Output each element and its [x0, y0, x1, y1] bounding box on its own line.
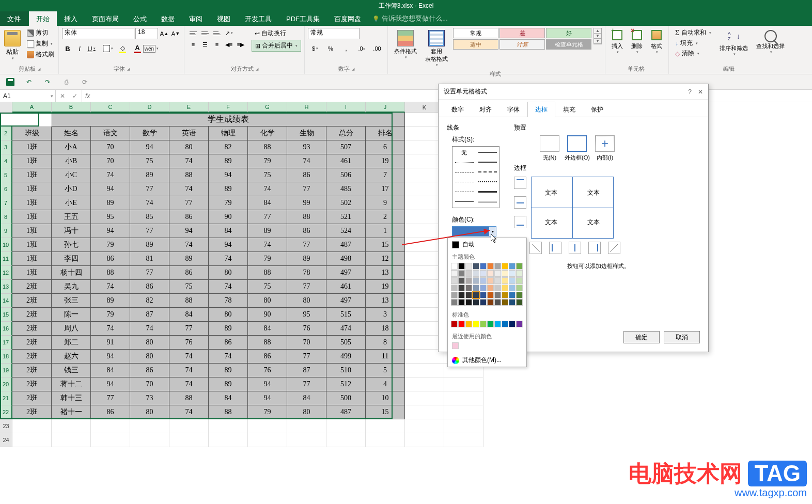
color-swatch[interactable] — [480, 292, 487, 298]
insert-cells-button[interactable]: 插入▾ — [608, 28, 626, 56]
underline-button[interactable]: U▾ — [86, 43, 97, 54]
cell[interactable]: 81 — [130, 252, 169, 266]
dialog-tab-2[interactable]: 字体 — [499, 102, 527, 117]
color-swatch[interactable] — [502, 263, 508, 270]
cell[interactable]: 89 — [209, 182, 248, 196]
cell[interactable] — [169, 419, 209, 433]
cell[interactable]: 2班 — [12, 350, 52, 364]
row-header[interactable]: 11 — [0, 252, 12, 266]
color-swatch[interactable] — [451, 277, 458, 284]
cell[interactable]: 89 — [248, 224, 287, 238]
decrease-decimal-button[interactable]: .00 — [370, 43, 384, 54]
cell[interactable]: 86 — [209, 336, 248, 350]
cell[interactable]: 2班 — [12, 322, 52, 336]
cell[interactable]: 赵六 — [52, 350, 91, 364]
color-swatch[interactable] — [480, 270, 487, 277]
cell[interactable] — [130, 433, 169, 447]
color-swatch[interactable] — [451, 270, 458, 277]
cell[interactable]: 77 — [130, 224, 169, 238]
name-box[interactable]: A1 — [0, 90, 56, 102]
format-painter-button[interactable]: 格式刷 — [26, 50, 55, 59]
qat-save-button[interactable] — [5, 77, 15, 87]
cell[interactable]: 数学 — [130, 127, 169, 140]
cell[interactable]: 74 — [169, 154, 209, 168]
cell[interactable]: 497 — [326, 294, 366, 308]
tab-4[interactable]: 数据 — [154, 11, 182, 26]
cell[interactable]: 94 — [91, 224, 130, 238]
cell[interactable] — [12, 419, 52, 433]
table-format-button[interactable]: 套用 表格格式 ▾ — [422, 28, 451, 69]
cell[interactable]: 2班 — [12, 308, 52, 322]
cell[interactable]: 88 — [209, 405, 248, 419]
preset-none-button[interactable]: 无(N) — [540, 135, 559, 162]
cell[interactable]: 13 — [366, 266, 405, 280]
align-left-button[interactable]: ≡ — [188, 39, 199, 50]
cell[interactable]: 1班 — [12, 238, 52, 252]
cell[interactable]: 89 — [169, 252, 209, 266]
cell[interactable]: 79 — [248, 154, 287, 168]
cell[interactable]: 82 — [209, 140, 248, 154]
cell[interactable]: 90 — [209, 210, 248, 224]
col-header[interactable]: A — [12, 102, 52, 113]
color-swatch[interactable] — [458, 285, 465, 291]
cell[interactable]: 19 — [366, 280, 405, 294]
color-swatch[interactable] — [473, 299, 479, 306]
color-swatch[interactable] — [509, 285, 516, 291]
color-swatch[interactable] — [494, 292, 501, 298]
cell[interactable]: 80 — [130, 336, 169, 350]
cell[interactable]: 76 — [169, 336, 209, 350]
cell[interactable]: 74 — [209, 350, 248, 364]
line-style-none[interactable]: 无 — [452, 149, 476, 156]
cell[interactable]: 84 — [91, 364, 130, 377]
col-header[interactable]: F — [209, 102, 248, 113]
cell[interactable]: 6 — [366, 140, 405, 154]
more-colors-option[interactable]: 其他颜色(M)... — [448, 354, 526, 367]
cell[interactable]: 2班 — [12, 377, 52, 391]
merge-center-button[interactable]: ⊞合并后居中▾ — [252, 40, 301, 52]
sort-filter-button[interactable]: 排序和筛选 ▾ — [716, 28, 751, 58]
border-left-button[interactable] — [549, 242, 561, 254]
cell[interactable]: 小C — [52, 168, 91, 182]
cell[interactable]: 小E — [52, 196, 91, 210]
line-style-opt[interactable] — [476, 188, 499, 195]
color-swatch[interactable] — [502, 299, 508, 306]
cut-button[interactable]: 剪切 — [26, 28, 55, 38]
color-swatch[interactable] — [465, 321, 472, 327]
color-swatch[interactable] — [473, 292, 479, 298]
row-header[interactable]: 2 — [0, 127, 12, 140]
cell[interactable]: 70 — [91, 140, 130, 154]
cell[interactable]: 2班 — [12, 364, 52, 377]
color-swatch[interactable] — [516, 277, 523, 284]
color-swatch[interactable] — [494, 299, 501, 306]
cell[interactable] — [405, 391, 444, 405]
tab-8[interactable]: PDF工具集 — [279, 11, 327, 26]
cell[interactable]: 88 — [169, 168, 209, 182]
cell[interactable]: 物理 — [209, 127, 248, 140]
cell[interactable]: 77 — [287, 280, 326, 294]
line-style-opt[interactable] — [452, 159, 476, 166]
dialog-tab-4[interactable]: 填充 — [555, 102, 583, 117]
cell[interactable]: 86 — [287, 224, 326, 238]
color-swatch[interactable] — [451, 263, 458, 270]
cell[interactable]: 86 — [130, 280, 169, 294]
cell[interactable]: 91 — [91, 336, 130, 350]
cell[interactable]: 86 — [248, 350, 287, 364]
row-header[interactable]: 9 — [0, 224, 12, 238]
color-swatch[interactable] — [473, 277, 479, 284]
cell[interactable]: 2 — [366, 210, 405, 224]
cell[interactable]: 89 — [130, 168, 169, 182]
preset-outer-button[interactable]: 外边框(O) — [565, 135, 590, 162]
cell[interactable]: 84 — [287, 391, 326, 405]
row-header[interactable]: 18 — [0, 350, 12, 364]
color-swatch[interactable] — [473, 285, 479, 291]
qat-extra-1-button[interactable]: ⎙ — [61, 77, 71, 87]
cell[interactable] — [209, 419, 248, 433]
cell[interactable]: 1班 — [12, 210, 52, 224]
cell[interactable]: 班级 — [12, 127, 52, 140]
cell[interactable]: 13 — [366, 294, 405, 308]
find-select-button[interactable]: 查找和选择 ▾ — [753, 28, 788, 56]
cell[interactable]: 80 — [209, 308, 248, 322]
color-swatch[interactable] — [451, 321, 458, 327]
cell[interactable]: 498 — [326, 252, 366, 266]
cell[interactable]: 86 — [91, 252, 130, 266]
